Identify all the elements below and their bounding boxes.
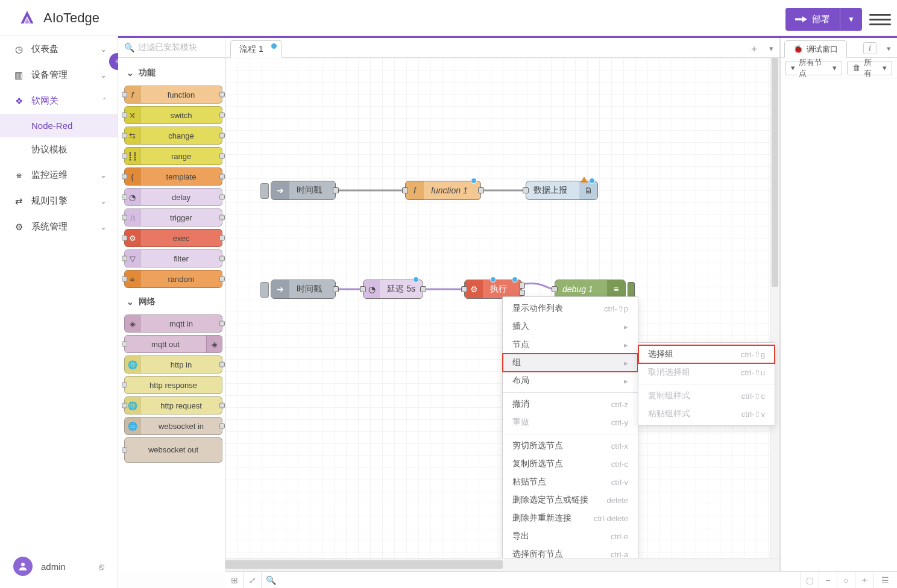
footer-navigator[interactable]: ▢ bbox=[801, 572, 819, 588]
ctx-copy[interactable]: 复制所选节点ctrl-c bbox=[503, 455, 638, 473]
palette-node-mqtt-in[interactable]: ◈mqtt in bbox=[124, 314, 222, 333]
canvas[interactable]: ➔ 时间戳 f function 1 数据上报 🗎 bbox=[225, 58, 779, 558]
footer-expand[interactable]: ⤢ bbox=[244, 572, 262, 588]
ctx-group[interactable]: 组▸ bbox=[503, 354, 638, 372]
nav-label: 规则引擎 bbox=[31, 195, 68, 207]
filter-icon: ▾ bbox=[791, 63, 795, 72]
palette-node-template[interactable]: {template bbox=[124, 167, 222, 186]
palette-node-http-in[interactable]: 🌐http in bbox=[124, 355, 222, 374]
palette-node-random[interactable]: ≡random bbox=[124, 270, 222, 288]
ctx-export[interactable]: 导出ctrl-e bbox=[503, 527, 638, 545]
avatar bbox=[13, 557, 33, 576]
ctx-node[interactable]: 节点▸ bbox=[503, 336, 638, 354]
palette-node-range[interactable]: ┋┋range bbox=[124, 147, 222, 165]
node-inject-2[interactable]: ➔ 时间戳 bbox=[271, 280, 336, 299]
nav-dashboard[interactable]: ◷ 仪表盘 ⌄ bbox=[0, 36, 118, 62]
tab-menu-button[interactable]: ▾ bbox=[769, 44, 773, 53]
add-tab-button[interactable]: ＋ bbox=[749, 43, 759, 55]
tab-label: 流程 1 bbox=[239, 44, 263, 55]
palette-node-switch[interactable]: ⤨switch bbox=[124, 106, 222, 124]
nav-rules[interactable]: ⇄ 规则引擎 ⌄ bbox=[0, 188, 118, 214]
ctx-paste[interactable]: 粘贴节点ctrl-v bbox=[503, 473, 638, 491]
palette-node-filter[interactable]: ▽filter bbox=[124, 249, 222, 267]
mqtt-icon: ◈ bbox=[206, 336, 222, 352]
chevron-down-icon: ⌄ bbox=[100, 222, 107, 231]
user-row[interactable]: admin ⎋ bbox=[0, 552, 118, 581]
palette-cat-network[interactable]: ⌄网络 bbox=[124, 290, 222, 312]
chevron-down-icon: ⌄ bbox=[100, 196, 107, 205]
chevron-up-icon: ˄ bbox=[102, 96, 107, 105]
nav-nodered[interactable]: Node-Red bbox=[0, 114, 118, 137]
flow-tab[interactable]: 流程 1 bbox=[230, 40, 282, 58]
nav-system[interactable]: ⚙ 系统管理 ⌄ bbox=[0, 214, 118, 240]
palette-node-http-request[interactable]: 🌐http request bbox=[124, 396, 222, 414]
ctx-layout[interactable]: 布局▸ bbox=[503, 372, 638, 390]
inject-button[interactable] bbox=[260, 183, 269, 199]
ctx-select-all[interactable]: 选择所有节点ctrl-a bbox=[503, 545, 638, 558]
rules-icon: ⇄ bbox=[13, 196, 24, 207]
sidebar-menu-button[interactable]: ▾ bbox=[887, 44, 891, 53]
user-name: admin bbox=[41, 561, 66, 572]
canvas-v-scrollbar[interactable] bbox=[770, 58, 779, 558]
main-menu-button[interactable] bbox=[869, 8, 891, 30]
node-function-1[interactable]: f function 1 bbox=[405, 181, 481, 200]
search-placeholder: 过滤已安装模块 bbox=[138, 42, 197, 53]
footer-zoom-out[interactable]: − bbox=[819, 572, 837, 588]
palette-node-trigger[interactable]: ⎍trigger bbox=[124, 208, 222, 227]
changed-indicator bbox=[271, 43, 277, 49]
debug-icon: ≡ bbox=[607, 280, 625, 298]
nav-softgateway[interactable]: ❖ 软网关 ˄ bbox=[0, 88, 118, 114]
chevron-down-icon: ⌄ bbox=[127, 68, 134, 78]
palette-node-ws-out[interactable]: websocket out bbox=[124, 437, 222, 463]
node-inject-1[interactable]: ➔ 时间戳 bbox=[271, 181, 336, 200]
logout-icon[interactable]: ⎋ bbox=[99, 561, 104, 572]
deploy-button[interactable]: 部署 ▼ bbox=[785, 8, 862, 31]
palette-node-ws-in[interactable]: 🌐websocket in bbox=[124, 417, 222, 435]
footer-zoom-reset[interactable]: ○ bbox=[837, 572, 855, 588]
ctx-insert[interactable]: 插入▸ bbox=[503, 317, 638, 336]
node-label: 数据上报 bbox=[526, 185, 579, 196]
cat-label: 网络 bbox=[139, 296, 156, 307]
palette-search[interactable]: 🔍 过滤已安装模块 bbox=[118, 38, 225, 58]
ctx-undo[interactable]: 撤消ctrl-z bbox=[503, 395, 638, 413]
ctx-cut[interactable]: 剪切所选节点ctrl-x bbox=[503, 437, 638, 455]
palette-node-mqtt-out[interactable]: ◈mqtt out bbox=[124, 335, 222, 353]
debug-filter-nodes[interactable]: ▾所有节点▾ bbox=[785, 61, 842, 75]
chevron-down-icon: ⌄ bbox=[100, 45, 107, 54]
palette-node-http-response[interactable]: http response bbox=[124, 376, 222, 394]
deploy-label: 部署 bbox=[812, 14, 830, 25]
info-tab-button[interactable]: i bbox=[863, 42, 877, 54]
globe-icon: 🌐 bbox=[125, 356, 140, 373]
palette-node-change[interactable]: ⇆change bbox=[124, 127, 222, 145]
canvas-h-scrollbar[interactable] bbox=[225, 558, 779, 571]
ctx-delete-reconnect[interactable]: 删除并重新连接ctrl-delete bbox=[503, 509, 638, 527]
brand-text: AIoTedge bbox=[43, 10, 99, 26]
node-data-upload[interactable]: 数据上报 🗎 bbox=[526, 181, 598, 200]
arrow-right-icon: ➔ bbox=[271, 280, 289, 298]
ctx-paste-group-style: 粘贴组样式ctrl-⇧v bbox=[638, 405, 775, 423]
palette-node-exec[interactable]: ⚙exec bbox=[124, 229, 222, 247]
flow-tabs: 流程 1 ＋ ▾ bbox=[225, 38, 779, 58]
footer-toggle-sidebar[interactable]: ☰ bbox=[873, 572, 897, 588]
debug-clear[interactable]: 🗑所有▾ bbox=[847, 61, 892, 75]
palette-cat-function[interactable]: ⌄功能 bbox=[124, 61, 222, 83]
footer-zoom-in[interactable]: ＋ bbox=[855, 572, 873, 588]
ctx-select-group[interactable]: 选择组ctrl-⇧g bbox=[638, 345, 775, 363]
footer-search[interactable]: 🔍 bbox=[262, 572, 280, 588]
inject-button[interactable] bbox=[260, 282, 269, 298]
ctx-delete[interactable]: 删除选定节点或链接delete bbox=[503, 491, 638, 509]
debug-tab[interactable]: 🐞 调试窗口 bbox=[784, 40, 847, 58]
node-delay[interactable]: ◔ 延迟 5s bbox=[363, 280, 423, 299]
palette-node-delay[interactable]: ◔delay bbox=[124, 188, 222, 206]
debug-toggle[interactable] bbox=[628, 282, 635, 298]
ctx-deselect-group: 取消选择组ctrl-⇧u bbox=[638, 363, 775, 381]
nav-monitor[interactable]: ⎈ 监控运维 ⌄ bbox=[0, 162, 118, 188]
nav-protocol-template[interactable]: 协议模板 bbox=[0, 137, 118, 162]
deploy-caret[interactable]: ▼ bbox=[840, 15, 862, 23]
footer-toggle-palette[interactable]: ⊞ bbox=[225, 572, 244, 588]
palette-node-function[interactable]: ffunction bbox=[124, 86, 222, 104]
cat-label: 功能 bbox=[139, 67, 156, 78]
gear-icon: ⚙ bbox=[13, 222, 24, 233]
ctx-show-actions[interactable]: 显示动作列表ctrl-⇧p bbox=[503, 299, 638, 317]
nav-devices[interactable]: ▥ 设备管理 ⌄ bbox=[0, 62, 118, 88]
